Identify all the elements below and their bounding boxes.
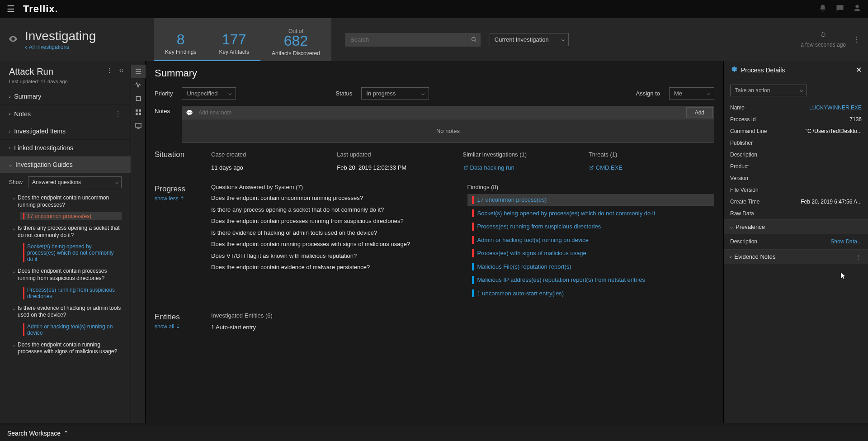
nav-guides[interactable]: ⌵Investigation Guides xyxy=(0,156,131,173)
sidebar-more-icon[interactable]: ⋮ xyxy=(106,66,113,74)
icon-rail xyxy=(131,61,146,423)
guide-finding[interactable]: Socket(s) being opened by process(es) wh… xyxy=(20,242,122,263)
status-select[interactable]: In progress xyxy=(361,87,429,100)
nav-items[interactable]: ›Investigated Items xyxy=(0,123,131,139)
chat-icon[interactable] xyxy=(836,4,844,14)
detail-row: Command Line"C:\Users\Ted\Deskto... xyxy=(724,125,868,137)
finding-item[interactable]: 1 uncommon auto-start entry(ies) xyxy=(467,288,715,299)
detail-row: Product xyxy=(724,161,868,172)
similar-link[interactable]: Data hacking run xyxy=(463,164,589,171)
guide-finding[interactable]: Process(es) running from suspicious dire… xyxy=(20,286,122,300)
evidence-section[interactable]: ›Evidence Notes⋮ xyxy=(724,249,868,264)
action-dropdown[interactable]: Take an action xyxy=(730,85,807,96)
details-panel: Process Details ✕ Take an action NameLUC… xyxy=(723,61,868,423)
finding-item[interactable]: Malicious File(s) reputation report(s) xyxy=(467,261,715,273)
assign-label: Assign to xyxy=(636,90,660,97)
gear-icon xyxy=(730,66,737,74)
sidebar-title: Attack Run xyxy=(9,66,68,77)
close-icon[interactable]: ✕ xyxy=(856,66,862,74)
svg-rect-0 xyxy=(136,96,140,100)
threat-link[interactable]: CMD.EXE xyxy=(589,164,714,171)
entities-toggle[interactable]: show all ⇣ xyxy=(155,323,211,330)
progress-toggle[interactable]: show less ⇡ xyxy=(155,195,211,202)
situation-title: Situation xyxy=(155,149,211,173)
question-item: Does VT/GTI flag it as known with malici… xyxy=(211,252,458,260)
finding-item[interactable]: Process(es) running from suspicious dire… xyxy=(467,221,715,232)
question-item: Does the endpoint contain processes runn… xyxy=(211,217,458,225)
question-item: Does the endpoint contain evidence of ma… xyxy=(211,263,458,271)
sidebar-collapse-icon[interactable]: ‹‹ xyxy=(119,66,123,74)
detail-row: Publisher xyxy=(724,137,868,149)
stat-key-findings[interactable]: 8 Key Findings xyxy=(154,18,208,61)
detail-row: Process Id7136 xyxy=(724,114,868,125)
user-icon[interactable] xyxy=(853,4,861,14)
finding-item[interactable]: Socket(s) being opened by process(es) wh… xyxy=(467,208,715,219)
detail-row: Description xyxy=(724,149,868,161)
menu-icon[interactable]: ☰ xyxy=(7,4,15,14)
show-dropdown[interactable]: Answered questions xyxy=(28,176,122,188)
finding-item[interactable]: Malicious IP address(es) reputation repo… xyxy=(467,274,715,286)
stats: 8 Key Findings 177 Key Artifacts Out of … xyxy=(154,18,331,61)
stat-discovered[interactable]: Out of 682 Artifacts Discovered xyxy=(260,18,331,61)
detail-row: Raw Data xyxy=(724,208,868,219)
rail-activity-icon[interactable] xyxy=(131,78,146,92)
finding-item[interactable]: 17 uncommon process(es) xyxy=(467,194,715,206)
guide-question[interactable]: ⌵Is there any process opening a socket t… xyxy=(0,222,131,241)
header: Investigating All investigations 8 Key F… xyxy=(0,18,868,61)
prevalence-desc-label: Description xyxy=(730,238,757,245)
rail-screen-icon[interactable] xyxy=(131,119,146,133)
notes-label: Notes xyxy=(155,106,182,143)
search-input[interactable] xyxy=(345,33,467,47)
priority-select[interactable]: Unspecified xyxy=(182,87,236,100)
note-input[interactable] xyxy=(197,107,685,119)
guide-question[interactable]: ⌵Does the endpoint contain uncommon runn… xyxy=(0,192,131,210)
search-button[interactable] xyxy=(467,33,481,47)
search xyxy=(345,33,481,47)
bell-icon[interactable] xyxy=(819,4,827,14)
note-icon: 💬 xyxy=(182,109,197,116)
guide-finding[interactable]: Admin or hacking tool(s) running on devi… xyxy=(20,322,122,337)
notes-more-icon: ⋮ xyxy=(114,109,122,118)
nav-linked[interactable]: ›Linked Investigations xyxy=(0,139,131,156)
header-more-icon[interactable]: ⋮ xyxy=(853,35,860,44)
topbar: ☰ Trellix. xyxy=(0,0,868,18)
scope-dropdown[interactable]: Current Investigation xyxy=(490,33,569,46)
assign-select[interactable]: Me xyxy=(669,87,714,100)
sidebar: Attack Run Last updated: 11 days ago ⋮ ‹… xyxy=(0,61,131,423)
refresh-icon xyxy=(820,31,826,38)
guide-question[interactable]: ⌵Is there evidence of hacking or admin t… xyxy=(0,302,131,321)
nav-notes[interactable]: ›Notes⋮ xyxy=(0,104,131,123)
rail-summary-icon[interactable] xyxy=(131,65,146,78)
rail-box-icon[interactable] xyxy=(131,92,146,105)
guide-finding[interactable]: 17 uncommon process(es) xyxy=(20,212,122,220)
notes-empty: No notes xyxy=(182,119,714,142)
finding-item[interactable]: Process(es) with signs of malicious usag… xyxy=(467,247,715,259)
back-link[interactable]: All investigations xyxy=(25,43,96,51)
search-workspace[interactable]: Search Workspace ⌃ xyxy=(7,430,69,437)
progress-title: Progress xyxy=(155,185,185,193)
evidence-more-icon: ⋮ xyxy=(856,253,862,260)
panel-title: Process Details xyxy=(741,66,785,74)
detail-row: Create TimeFeb 20, 2019 6:47:56 A... xyxy=(724,196,868,208)
questions-header: Questions Answered by System (7) xyxy=(211,184,458,190)
prevalence-section[interactable]: ⌵Prevalence xyxy=(724,219,868,234)
stat-key-artifacts[interactable]: 177 Key Artifacts xyxy=(208,18,260,61)
page-title: Investigating xyxy=(25,29,96,43)
chevron-up-icon: ⌃ xyxy=(63,430,69,437)
sidebar-subtitle: Last updated: 11 days ago xyxy=(9,79,68,84)
center-heading: Summary xyxy=(155,67,714,79)
show-label: Show xyxy=(9,179,23,185)
detail-row: NameLUCKYWINNER.EXE xyxy=(724,102,868,114)
nav-summary[interactable]: ›Summary xyxy=(0,88,131,104)
guide-question[interactable]: ⌵Does the endpoint contain running proce… xyxy=(0,339,131,357)
entities-title: Entities xyxy=(155,313,180,321)
question-item: Is there evidence of hacking or admin to… xyxy=(211,229,458,237)
question-item: Does the endpoint contain uncommon runni… xyxy=(211,194,458,202)
guide-question[interactable]: ⌵Does the endpoint contain processes run… xyxy=(0,265,131,284)
refresh-info[interactable]: a few seconds ago xyxy=(801,31,846,48)
note-add-button[interactable]: Add xyxy=(686,107,713,118)
show-data-link[interactable]: Show Data... xyxy=(830,238,862,245)
finding-item[interactable]: Admin or hacking tool(s) running on devi… xyxy=(467,234,715,246)
question-item: Does the endpoint contain running proces… xyxy=(211,240,458,248)
rail-grid-icon[interactable] xyxy=(131,105,146,119)
